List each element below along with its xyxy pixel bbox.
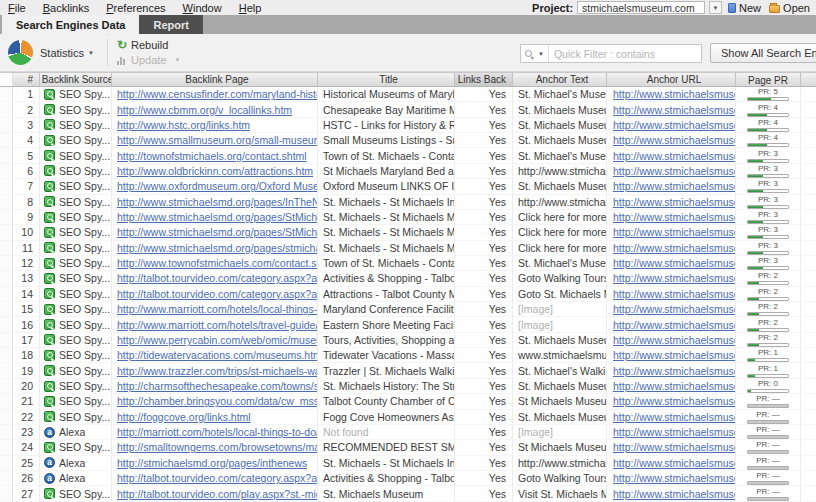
show-all-search-engines-button[interactable]: Show All Search Engines Fa [710, 43, 816, 63]
backlink-page-link[interactable]: http://marriott.com/hotels/local-things-… [117, 426, 317, 438]
anchor-url-link[interactable]: http://www.stmichaelsmuseum.com... [613, 488, 735, 500]
backlink-page-link[interactable]: http://www.stmichaelsmd.org/pages/StMich… [117, 211, 317, 223]
table-row[interactable]: 2SEO Spy...http://www.cbmm.org/v_localli… [0, 102, 816, 117]
column-header-#[interactable]: # [13, 73, 40, 86]
anchor-url-link[interactable]: http://www.stmichaelsmuseum.com/ [613, 88, 735, 100]
table-row[interactable]: 25Alexahttp://stmichaelsmd.org/pages/int… [0, 456, 816, 471]
quick-filter-input[interactable] [549, 48, 701, 60]
backlink-page-link[interactable]: http://www.townofstmichaels.com/contact.… [117, 257, 317, 269]
backlink-page-link[interactable]: http://townofstmichaels.org/contact.shtm… [117, 150, 307, 162]
backlink-page-link[interactable]: http://www.cbmm.org/v_locallinks.htm [117, 104, 292, 116]
backlink-page-link[interactable]: http://www.stmichaelsmd.org/pages/InTheN… [117, 196, 317, 208]
table-row[interactable]: 21SEO Spy...http://chamber.bringsyou.com… [0, 394, 816, 409]
anchor-url-link[interactable]: http://www.stmichaelsmuseum.com/ [613, 441, 735, 453]
anchor-url-link[interactable]: http://www.stmichaelsmuseum.com... [613, 242, 735, 254]
backlink-page-link[interactable]: http://www.stmichaelsmd.org/pages/stmich… [117, 242, 317, 254]
anchor-url-link[interactable]: http://www.stmichaelsmuseum.com... [613, 272, 735, 284]
project-dropdown-button[interactable]: ▼ [709, 1, 722, 14]
backlink-page-link[interactable]: http://stmichaelsmd.org/pages/inthenews [117, 457, 307, 469]
table-row[interactable]: 3SEO Spy...http://www.hstc.org/links.htm… [0, 118, 816, 133]
backlink-page-link[interactable]: http://www.oxfordmuseum.org/Oxford Museu… [117, 180, 317, 192]
table-row[interactable]: 26Alexahttp://talbot.tourvideo.com/categ… [0, 471, 816, 486]
anchor-url-link[interactable]: http://www.stmichaelsmuseum.com/ [613, 119, 735, 131]
anchor-url-link[interactable]: http://www.stmichaelsmuseum.com... [613, 288, 735, 300]
menu-preferences[interactable]: Preferences [106, 2, 165, 14]
table-row[interactable]: 19SEO Spy...http://www.trazzler.com/trip… [0, 363, 816, 378]
backlink-page-link[interactable]: http://charmsofthechesapeake.com/towns/s… [117, 380, 317, 392]
anchor-url-link[interactable]: http://www.stmichaelsmuseum.com [613, 104, 735, 116]
anchor-url-link[interactable]: http://www.stmichaelsmuseum.com... [613, 319, 735, 331]
column-header-title[interactable]: Title [318, 73, 455, 86]
statistics-button[interactable]: Statistics [40, 47, 84, 59]
anchor-url-link[interactable]: http://www.stmichaelsmuseum.com [613, 380, 735, 392]
anchor-url-link[interactable]: http://www.stmichaelsmuseum.com/ [613, 334, 735, 346]
anchor-url-link[interactable]: http://www.stmichaelsmuseum.com [613, 395, 735, 407]
backlink-page-link[interactable]: http://www.marriott.com/hotels/travel-gu… [117, 319, 317, 331]
menu-file[interactable]: File [8, 2, 26, 14]
anchor-url-link[interactable]: http://www.stmichaelsmuseum.com/ [613, 196, 735, 208]
backlink-page-link[interactable]: http://www.hstc.org/links.htm [117, 119, 250, 131]
backlink-page-link[interactable]: http://foggcove.org/links.html [117, 411, 251, 423]
table-row[interactable]: 9SEO Spy...http://www.stmichaelsmd.org/p… [0, 210, 816, 225]
backlink-page-link[interactable]: http://talbot.tourvideo.com/play.aspx?st… [117, 488, 317, 500]
table-row[interactable]: 6SEO Spy...http://www.oldbrickinn.com/at… [0, 164, 816, 179]
backlink-page-link[interactable]: http://chamber.bringsyou.com/data/cw_mss… [117, 395, 317, 407]
anchor-url-link[interactable]: http://www.stmichaelsmuseum.com... [613, 211, 735, 223]
table-row[interactable]: 4SEO Spy...http://www.smallmuseum.org/sm… [0, 133, 816, 148]
new-project-button[interactable]: New [726, 2, 763, 14]
table-row[interactable]: 22SEO Spy...http://foggcove.org/links.ht… [0, 410, 816, 425]
table-row[interactable]: 20SEO Spy...http://charmsofthechesapeake… [0, 379, 816, 394]
backlink-page-link[interactable]: http://talbot.tourvideo.com/category.asp… [117, 272, 317, 284]
anchor-url-link[interactable]: http://www.stmichaelsmuseum.com [613, 180, 735, 192]
backlink-page-link[interactable]: http://talbot.tourvideo.com/category.asp… [117, 472, 317, 484]
tab-search-engines-data[interactable]: Search Engines Data [2, 15, 139, 34]
menu-help[interactable]: Help [239, 2, 262, 14]
column-header-page-pr[interactable]: Page PR [736, 73, 801, 86]
column-header-backlink-page[interactable]: Backlink Page [112, 73, 318, 86]
table-row[interactable]: 14SEO Spy...http://talbot.tourvideo.com/… [0, 287, 816, 302]
table-row[interactable]: 5SEO Spy...http://townofstmichaels.org/c… [0, 148, 816, 163]
backlink-page-link[interactable]: http://tidewatervacations.com/museums.ht… [117, 349, 317, 361]
anchor-url-link[interactable]: http://www.stmichaelsmuseum.com [613, 257, 735, 269]
backlink-page-link[interactable]: http://www.perrycabin.com/web/omic/museu… [117, 334, 317, 346]
table-row[interactable]: 15SEO Spy...http://www.marriott.com/hote… [0, 302, 816, 317]
table-row[interactable]: 27SEO Spy...http://talbot.tourvideo.com/… [0, 486, 816, 501]
backlink-page-link[interactable]: http://www.censusfinder.com/maryland-his… [117, 88, 317, 100]
tab-report[interactable]: Report [139, 15, 202, 34]
column-header-anchor-text[interactable]: Anchor Text [513, 73, 607, 86]
anchor-url-link[interactable]: http://www.stmichaelsmuseum.com/ [613, 134, 735, 146]
table-row[interactable]: 24SEO Spy...http://smalltowngems.com/bro… [0, 440, 816, 455]
rebuild-button[interactable]: ↻ Rebuild [117, 39, 180, 51]
table-row[interactable]: 7SEO Spy...http://www.oxfordmuseum.org/O… [0, 179, 816, 194]
anchor-url-link[interactable]: http://www.stmichaelsmuseum.com... [613, 426, 735, 438]
column-header-anchor-url[interactable]: Anchor URL [607, 73, 736, 86]
table-row[interactable]: 16SEO Spy...http://www.marriott.com/hote… [0, 317, 816, 332]
table-row[interactable]: 23Alexahttp://marriott.com/hotels/local-… [0, 425, 816, 440]
table-row[interactable]: 17SEO Spy...http://www.perrycabin.com/we… [0, 333, 816, 348]
menu-window[interactable]: Window [183, 2, 222, 14]
column-header-backlink-source[interactable]: Backlink Source [40, 73, 112, 86]
anchor-url-link[interactable]: http://www.stmichaelsmuseum.com [613, 150, 735, 162]
open-project-button[interactable]: Open [767, 2, 812, 14]
anchor-url-link[interactable]: http://www.stmichaelsmuseum.com... [613, 365, 735, 377]
backlink-page-link[interactable]: http://talbot.tourvideo.com/category.asp… [117, 288, 317, 300]
anchor-url-link[interactable]: http://www.stmichaelsmuseum.com... [613, 303, 735, 315]
table-row[interactable]: 13SEO Spy...http://talbot.tourvideo.com/… [0, 271, 816, 286]
anchor-url-link[interactable]: http://www.stmichaelsmuseum.com/ [613, 165, 735, 177]
table-row[interactable]: 12SEO Spy...http://www.townofstmichaels.… [0, 256, 816, 271]
backlink-page-link[interactable]: http://www.smallmuseum.org/small-museums… [117, 134, 317, 146]
table-row[interactable]: 18SEO Spy...http://tidewatervacations.co… [0, 348, 816, 363]
backlink-page-link[interactable]: http://www.oldbrickinn.com/attractions.h… [117, 165, 313, 177]
table-row[interactable]: 11SEO Spy...http://www.stmichaelsmd.org/… [0, 241, 816, 256]
backlink-page-link[interactable]: http://www.marriott.com/hotels/local-thi… [117, 303, 317, 315]
statistics-dropdown-arrow-icon[interactable]: ▼ [88, 50, 94, 56]
backlink-page-link[interactable]: http://www.trazzler.com/trips/st-michael… [117, 365, 317, 377]
filter-mode-button[interactable]: ▼ [521, 45, 549, 62]
column-header-links-back[interactable]: ▲Links Back [455, 73, 513, 86]
anchor-url-link[interactable]: http://www.stmichaelsmuseum.com/ [613, 457, 735, 469]
table-row[interactable]: 10SEO Spy...http://www.stmichaelsmd.org/… [0, 225, 816, 240]
anchor-url-link[interactable]: http://www.stmichaelsmuseum.com/ [613, 411, 735, 423]
backlink-page-link[interactable]: http://www.stmichaelsmd.org/pages/StMich… [117, 226, 317, 238]
update-button[interactable]: Update ▼ [117, 54, 180, 66]
backlink-page-link[interactable]: http://smalltowngems.com/browsetowns/mar… [117, 441, 317, 453]
